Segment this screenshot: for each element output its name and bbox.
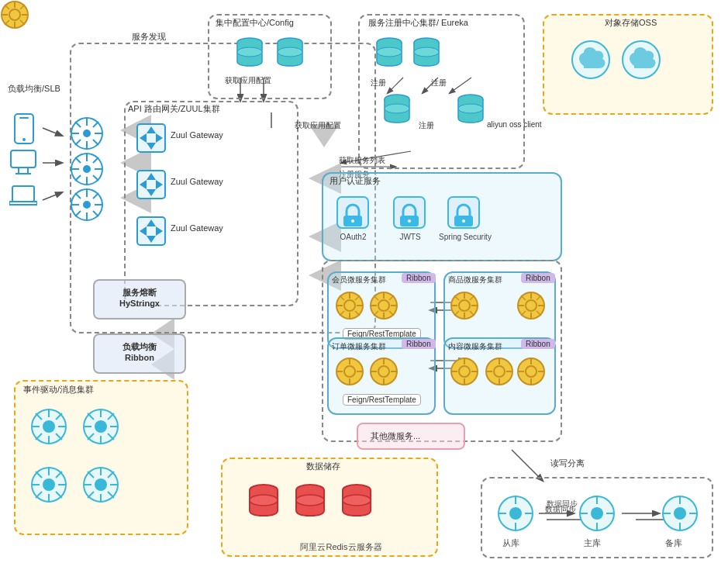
event-icon-1 (29, 407, 68, 446)
member-node-1 (335, 291, 364, 320)
svg-line-4 (43, 192, 62, 200)
svg-point-86 (278, 47, 302, 57)
jwts-icon (392, 195, 426, 230)
event-icon-3 (29, 465, 68, 504)
svg-point-30 (22, 138, 26, 141)
aliyun-oss-label: aliyun oss client (487, 120, 542, 129)
product-cluster-label: 商品微服务集群 (448, 275, 502, 285)
event-cluster-box (14, 380, 188, 535)
content-cluster-label: 内容微服务集群 (448, 341, 502, 352)
product-ribbon-badge: Ribbon (521, 273, 555, 283)
svg-rect-37 (9, 202, 37, 205)
event-icon-4 (81, 465, 120, 504)
other-service-label: 其他微服务... (371, 430, 420, 442)
order-node-1 (335, 357, 364, 386)
zuul-icon-3 (136, 216, 167, 247)
svg-point-227 (250, 495, 278, 506)
redis-icon-1 (244, 481, 283, 520)
svg-line-56 (93, 157, 98, 163)
oss-icon-1 (570, 39, 612, 81)
zuul-label-3: Zuul Gateway (171, 223, 223, 233)
eureka-server-2 (409, 35, 443, 69)
redis-icon-2 (291, 481, 329, 520)
eureka-server-3 (380, 92, 414, 126)
load-balancer-label: 负载均衡/SLB (8, 83, 60, 95)
config-server-icon-1 (233, 35, 267, 69)
svg-rect-36 (12, 186, 34, 202)
config-center-label: 集中配置中心/Config (216, 17, 294, 29)
svg-point-84 (237, 47, 262, 57)
redis-label: 阿里云Redis云服务器 (256, 541, 426, 553)
svg-point-217 (95, 478, 107, 491)
svg-point-94 (458, 104, 483, 113)
content-ribbon-badge: Ribbon (521, 339, 555, 349)
content-node-1 (450, 357, 479, 386)
oss-label: 对象存储OSS (605, 17, 657, 29)
product-node-3 (516, 291, 546, 320)
svg-point-59 (83, 201, 91, 209)
desktop-icon (9, 149, 37, 177)
svg-line-57 (75, 175, 81, 181)
service-discovery-label: 服务发现 (132, 31, 166, 43)
hub-icon-3 (70, 188, 104, 222)
svg-text:数据同步: 数据同步 (547, 499, 578, 508)
svg-line-67 (75, 211, 81, 216)
content-node-3 (516, 357, 546, 386)
svg-line-54 (75, 157, 81, 163)
content-node-2 (485, 357, 514, 386)
hub-icon-1 (70, 116, 104, 150)
laptop-icon (9, 185, 37, 209)
oauth2-icon (336, 195, 370, 230)
architecture-diagram: 负载均衡/SLB 服务发现 (0, 0, 728, 570)
eureka-label: 服务注册中心集群/ Eureka (368, 17, 468, 29)
register-label-3: 注册 (419, 120, 434, 131)
svg-point-92 (385, 104, 409, 113)
svg-point-102 (408, 219, 411, 223)
spring-security-label: Spring Security (438, 233, 492, 241)
mobile-icon (12, 112, 36, 145)
member-cluster-label: 会员微服务集群 (332, 275, 386, 285)
hub-icon-2 (70, 152, 104, 186)
db-arrows-svg: 数据同步 (481, 477, 713, 558)
svg-line-55 (93, 175, 98, 181)
api-gateway-label: API 路由网关/ZUUL集群 (128, 103, 220, 115)
event-icon-2 (81, 407, 120, 446)
hystrix-label: 服务熔断 HyStringx (101, 287, 178, 308)
zuul-icon-1 (136, 123, 167, 154)
svg-line-64 (75, 193, 81, 199)
feign-label-2: Feign/RestTemplate (343, 394, 421, 406)
svg-point-90 (414, 47, 439, 57)
auth-service-label: 用户认证服务 (329, 175, 381, 187)
get-config2-label: 获取应用配置 (295, 120, 341, 131)
get-config-label: 获取应用配置 (225, 75, 271, 86)
svg-line-28 (512, 450, 543, 481)
member-ribbon-badge: Ribbon (402, 273, 436, 283)
svg-point-207 (43, 478, 55, 491)
zuul-label-1: Zuul Gateway (171, 130, 223, 140)
svg-point-49 (83, 165, 91, 173)
svg-point-229 (296, 495, 324, 506)
order-ribbon-badge: Ribbon (402, 339, 436, 349)
svg-rect-32 (11, 150, 36, 168)
member-node-2 (369, 291, 399, 320)
order-cluster-label: 订单微服务集群 (332, 341, 386, 352)
svg-line-47 (75, 140, 81, 145)
eureka-server-1 (372, 35, 406, 69)
zuul-icon-2 (136, 169, 167, 200)
svg-point-39 (83, 130, 91, 137)
svg-line-2 (43, 128, 62, 136)
register-label-2: 注册 (431, 78, 447, 88)
oss-icon-2 (620, 39, 663, 81)
svg-line-45 (93, 140, 98, 145)
redis-icon-3 (337, 481, 376, 520)
svg-line-46 (93, 122, 98, 127)
jwts-label: JWTS (391, 233, 430, 241)
svg-point-105 (462, 219, 465, 223)
product-node-1 (450, 291, 479, 320)
svg-point-231 (343, 495, 371, 506)
product-node-2 (0, 0, 29, 29)
data-storage-label: 数据储存 (306, 461, 340, 472)
event-cluster-label: 事件驱动/消息集群 (23, 384, 94, 396)
svg-line-65 (93, 211, 98, 216)
oauth2-label: OAuth2 (332, 233, 374, 241)
